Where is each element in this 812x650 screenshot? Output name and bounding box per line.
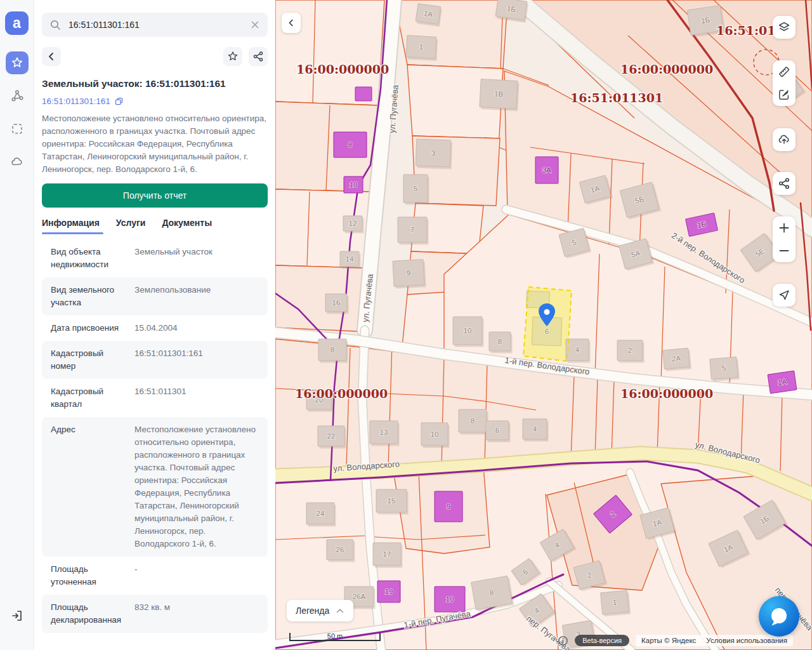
svg-text:9: 9 <box>447 503 450 510</box>
locate-button[interactable] <box>773 284 796 307</box>
svg-text:7: 7 <box>410 226 414 234</box>
tab-services[interactable]: Услуги <box>116 218 146 234</box>
map-attribution: Beta-версия Карты © Яндекс Условия испол… <box>558 635 793 646</box>
table-row: Кадастровый номер16:51:011301:161 <box>42 341 268 379</box>
table-row: Вид земельного участкаЗемлепользование <box>42 277 268 315</box>
building: 5 <box>710 357 740 381</box>
share-icon <box>252 51 264 62</box>
svg-text:1А: 1А <box>777 378 787 387</box>
info-icon[interactable] <box>558 635 568 646</box>
building: 10 <box>421 423 450 448</box>
building: 22 <box>318 426 346 449</box>
building: 1 <box>406 36 438 61</box>
chevron-up-icon <box>336 607 344 614</box>
building: 4 <box>523 419 549 442</box>
tab-information[interactable]: Информация <box>42 218 100 234</box>
scale-label: 50 m <box>327 632 343 640</box>
sidebar-item-select-area[interactable] <box>6 117 29 140</box>
building: 14 <box>340 251 361 269</box>
upload-button[interactable] <box>773 128 796 151</box>
building: 1А <box>768 371 797 394</box>
zoom-in-button[interactable] <box>773 216 796 239</box>
sidebar-item-favorites[interactable] <box>6 51 29 74</box>
map-canvas[interactable]: 81012141681А1Б135791В1Б3А1А5Б1Б55А5Е1084… <box>275 0 812 650</box>
row-value: Местоположение установлено относительно … <box>134 423 259 550</box>
search-input[interactable] <box>67 19 244 30</box>
building: 1 <box>601 590 631 616</box>
svg-text:10: 10 <box>446 595 454 603</box>
quarter-label: 16:51:011301 <box>570 91 663 105</box>
building: 1В <box>480 79 520 112</box>
favorite-button[interactable] <box>223 47 242 66</box>
clear-search-icon[interactable] <box>250 20 260 30</box>
tab-documents[interactable]: Документы <box>162 218 212 234</box>
quarter-label: 16:00:000000 <box>620 387 713 401</box>
building: 1А <box>416 4 443 27</box>
measure-edit-control <box>773 60 796 106</box>
row-label: Кадастровый номер <box>51 347 134 373</box>
legend-button[interactable]: Легенда <box>287 600 353 621</box>
svg-text:10: 10 <box>350 181 358 189</box>
row-value: Земельный участок <box>134 246 259 271</box>
row-value: 16:51:011301:161 <box>134 347 259 373</box>
get-report-button[interactable]: Получить отчет <box>42 183 268 208</box>
svg-text:13: 13 <box>380 428 388 436</box>
parcel <box>275 265 363 331</box>
svg-text:6: 6 <box>545 328 549 335</box>
svg-text:1Б: 1Б <box>700 16 710 25</box>
edit-button[interactable] <box>773 83 796 106</box>
svg-text:2А: 2А <box>671 354 681 362</box>
row-label: Вид объекта недвижимости <box>51 246 134 271</box>
svg-text:10: 10 <box>464 327 472 335</box>
svg-text:19: 19 <box>385 588 393 595</box>
maps-copyright[interactable]: Карты © Яндекс <box>641 637 696 644</box>
chat-bubble-icon <box>767 604 791 628</box>
sidebar-item-exit[interactable] <box>6 604 29 627</box>
panel-header <box>42 47 268 66</box>
cloud-icon <box>10 155 24 169</box>
zoom-control <box>773 216 796 262</box>
layers-button[interactable] <box>773 16 796 39</box>
chevron-left-icon <box>46 51 56 62</box>
locate-control <box>773 284 796 307</box>
upload-control <box>773 128 796 151</box>
ruler-button[interactable] <box>773 60 796 83</box>
building <box>355 87 372 101</box>
svg-text:26А: 26А <box>353 593 366 600</box>
share-button[interactable] <box>249 47 268 66</box>
building: 6 <box>486 421 511 442</box>
zoom-out-button[interactable] <box>773 239 796 262</box>
terms-link[interactable]: Условия использования <box>706 637 787 644</box>
edit-icon <box>777 88 791 102</box>
building: 8 <box>334 132 367 157</box>
table-row: АдресМестоположение установлено относите… <box>42 417 268 557</box>
cadastral-link-row: 16:51:011301:161 <box>42 96 268 106</box>
row-label: Площадь декларированная <box>51 601 134 627</box>
search-bar <box>42 13 268 37</box>
building: 3 <box>416 139 452 169</box>
building: 8 <box>459 409 488 435</box>
copy-icon[interactable] <box>114 96 124 106</box>
share-map-button[interactable] <box>773 172 796 195</box>
scale-bar: 50 m <box>289 633 381 641</box>
sidebar-item-objects[interactable] <box>6 84 29 107</box>
star-icon <box>11 56 23 69</box>
map-area[interactable]: 81012141681А1Б135791В1Б3А1А5Б1Б55А5Е1084… <box>275 0 812 650</box>
row-value: Землепользование <box>134 284 259 309</box>
sidebar-item-cloud[interactable] <box>6 150 29 173</box>
legend-label: Легенда <box>296 606 329 616</box>
app-logo[interactable]: a <box>5 11 29 35</box>
svg-text:3: 3 <box>431 149 436 157</box>
building: 10 <box>344 176 363 193</box>
svg-text:1: 1 <box>419 43 423 51</box>
collapse-panel-button[interactable] <box>282 13 301 33</box>
chat-widget-button[interactable] <box>759 596 799 637</box>
tabs: Информация Услуги Документы <box>42 218 268 234</box>
svg-text:9: 9 <box>406 269 410 277</box>
table-row: Вид объекта недвижимостиЗемельный участо… <box>42 239 268 277</box>
back-button[interactable] <box>42 47 61 66</box>
building: 5 <box>403 175 429 205</box>
layers-control <box>773 16 796 39</box>
cadastral-number-link[interactable]: 16:51:011301:161 <box>42 96 110 106</box>
object-description: Местоположение установлено относительно … <box>42 112 268 176</box>
